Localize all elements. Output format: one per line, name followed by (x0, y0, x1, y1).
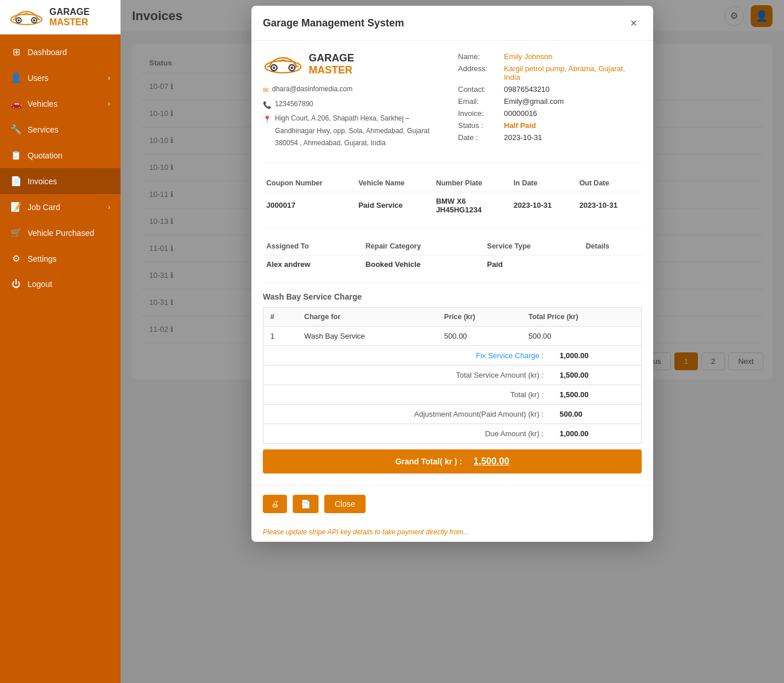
coupon-section: Coupon Number Vehicle Name Number Plate … (263, 174, 642, 228)
assigned-to-value: Alex andrew (263, 255, 362, 273)
details-value (583, 255, 642, 273)
sidebar-label-logout: Logout (28, 280, 52, 289)
col-charge-for: Charge for (297, 307, 437, 326)
fix-service-label: Fix Service Charge : (263, 346, 552, 366)
modal-close-button[interactable]: × (626, 15, 642, 31)
col-assigned-to: Assigned To (263, 238, 362, 255)
total-service-value: 1,500.00 (552, 365, 642, 385)
col-in-date: In Date (510, 174, 576, 192)
col-total-price: Total Price (kr) (522, 307, 642, 326)
total-value: 1,500.00 (552, 385, 642, 404)
date-label: Date : (458, 133, 504, 142)
svg-point-4 (33, 19, 36, 21)
invoice-modal: Garage Management System × (251, 6, 653, 542)
sidebar-nav: ⊞ Dashboard 👤 Users › 🚗 Vehicles › 🔧 Ser… (0, 34, 121, 683)
sidebar-label-vehicles: Vehicles (28, 99, 57, 108)
total-label: Total (kr) : (263, 385, 552, 404)
sidebar-item-vehicles[interactable]: 🚗 Vehicles › (0, 91, 121, 117)
vehicle-purchased-icon: 🛒 (10, 227, 22, 238)
email-icon: ✉ (263, 84, 269, 97)
grand-total-container: Grand Total( kr ) : 1,500.00 (263, 444, 642, 474)
due-row: Due Amount (kr) : 1,000.00 (263, 424, 642, 443)
col-service-type: Service Type (484, 238, 583, 255)
main-content: Invoices ⚙ 👤 Status Action 10-07 ℹ Full … (121, 0, 784, 683)
inv-email: dhara@dasinfomedia.com (272, 83, 352, 96)
chevron-right-icon: › (108, 203, 110, 211)
sidebar-item-vehicle-purchased[interactable]: 🛒 Vehicle Purchased (0, 220, 121, 246)
customer-address-row: Address: Kargil petrol pump, Abrama, Guj… (458, 64, 642, 82)
sidebar-item-jobcard[interactable]: 📝 Job Card › (0, 194, 121, 220)
due-label: Due Amount (kr) : (263, 424, 552, 443)
in-date-value: 2023-10-31 (510, 192, 576, 219)
sidebar-item-services[interactable]: 🔧 Services (0, 117, 121, 142)
sidebar-item-invoices[interactable]: 📄 Invoices (0, 168, 121, 194)
col-num: # (263, 307, 298, 326)
contact-value: 09876543210 (504, 85, 550, 94)
number-plate-label: BMW X6 JH45HG1234 (433, 192, 510, 219)
grand-total-row: Grand Total( kr ) : 1,500.00 (263, 449, 642, 474)
sidebar-label-vehicle-purchased: Vehicle Purchased (28, 228, 94, 238)
vehicle-name-value: Paid Service (355, 192, 432, 219)
close-modal-button[interactable]: Close (324, 495, 366, 513)
invoices-icon: 📄 (10, 176, 22, 187)
charge-total-value: 500.00 (522, 326, 642, 346)
modal-header: Garage Management System × (251, 6, 653, 41)
invoice-status-row: Status : Half Paid (458, 121, 642, 130)
phone-icon: 📞 (263, 99, 271, 112)
sidebar-item-quotation[interactable]: 📋 Quotation (0, 142, 121, 168)
service-type-value: Paid (484, 255, 583, 273)
invoice-company-info: GARAGE MASTER ✉ dhara@dasinfomedia.com 📞 (263, 52, 447, 151)
logo-garage: GARAGE (49, 7, 90, 17)
adjustment-row: Adjustment Amount(Paid Amount) (kr) : 50… (263, 404, 642, 424)
sidebar-label-services: Services (28, 125, 59, 134)
inv-email-item: ✉ dhara@dasinfomedia.com (263, 83, 447, 97)
sidebar-label-quotation: Quotation (28, 151, 63, 160)
logo-text: GARAGE MASTER (49, 7, 90, 28)
sidebar-label-dashboard: Dashboard (28, 48, 67, 57)
customer-name-row: Name: Emily Johnson (458, 52, 642, 61)
inv-phone-item: 📞 1234567890 (263, 98, 447, 112)
due-value: 1,000.00 (552, 424, 642, 443)
adjustment-value: 500.00 (552, 404, 642, 424)
print-button[interactable]: 🖨 (263, 495, 287, 513)
charge-price-value: 500.00 (437, 326, 522, 346)
assigned-table: Assigned To Repair Category Service Type… (263, 238, 642, 273)
inv-logo-master: MASTER (309, 64, 354, 76)
grand-total-label: Grand Total( kr ) : (395, 457, 462, 466)
vehicles-icon: 🚗 (10, 98, 22, 109)
sidebar-item-logout[interactable]: ⏻ Logout (0, 271, 121, 297)
charges-section-title: Wash Bay Service Charge (263, 292, 642, 301)
customer-contact-row: Contact: 09876543210 (458, 85, 642, 94)
users-icon: 👤 (10, 72, 22, 83)
modal-title: Garage Management System (263, 17, 404, 29)
status-label: Status : (458, 121, 504, 130)
inv-address-item: 📍 High Court, A 206, Shapath Hexa, Sarkh… (263, 112, 447, 150)
sidebar-label-jobcard: Job Card (28, 203, 60, 212)
modal-body: GARAGE MASTER ✉ dhara@dasinfomedia.com 📞 (251, 41, 653, 485)
sidebar: GARAGE MASTER ⊞ Dashboard 👤 Users › 🚗 Ve… (0, 0, 121, 683)
sidebar-item-dashboard[interactable]: ⊞ Dashboard (0, 39, 121, 65)
services-icon: 🔧 (10, 124, 22, 135)
sidebar-item-settings[interactable]: ⚙ Settings (0, 246, 121, 271)
jobcard-icon: 📝 (10, 201, 22, 212)
location-icon: 📍 (263, 114, 271, 126)
address-label: Address: (458, 64, 504, 82)
col-out-date: Out Date (576, 174, 642, 192)
grand-total-value: 1,500.00 (473, 456, 509, 467)
coupon-table: Coupon Number Vehicle Name Number Plate … (263, 174, 642, 219)
invoice-number-row: Invoice: 00000016 (458, 109, 642, 118)
total-service-row: Total Service Amount (kr) : 1,500.00 (263, 365, 642, 385)
coupon-number-value: J000017 (263, 192, 355, 219)
pdf-button[interactable]: 📄 (293, 495, 319, 513)
sidebar-item-users[interactable]: 👤 Users › (0, 65, 121, 91)
chevron-right-icon: › (108, 74, 110, 82)
inv-contact: ✉ dhara@dasinfomedia.com 📞 1234567890 📍 … (263, 83, 447, 150)
assigned-section: Assigned To Repair Category Service Type… (263, 238, 642, 283)
charge-num: 1 (263, 326, 298, 346)
inv-address: High Court, A 206, Shapath Hexa, Sarkhej… (275, 112, 447, 150)
fix-service-value: 1,000.00 (552, 346, 642, 366)
invoice-date-row: Date : 2023-10-31 (458, 133, 642, 142)
charges-section: Wash Bay Service Charge # Charge for Pri… (263, 292, 642, 474)
name-label: Name: (458, 52, 504, 61)
modal-footer: 🖨 📄 Close (251, 485, 653, 522)
